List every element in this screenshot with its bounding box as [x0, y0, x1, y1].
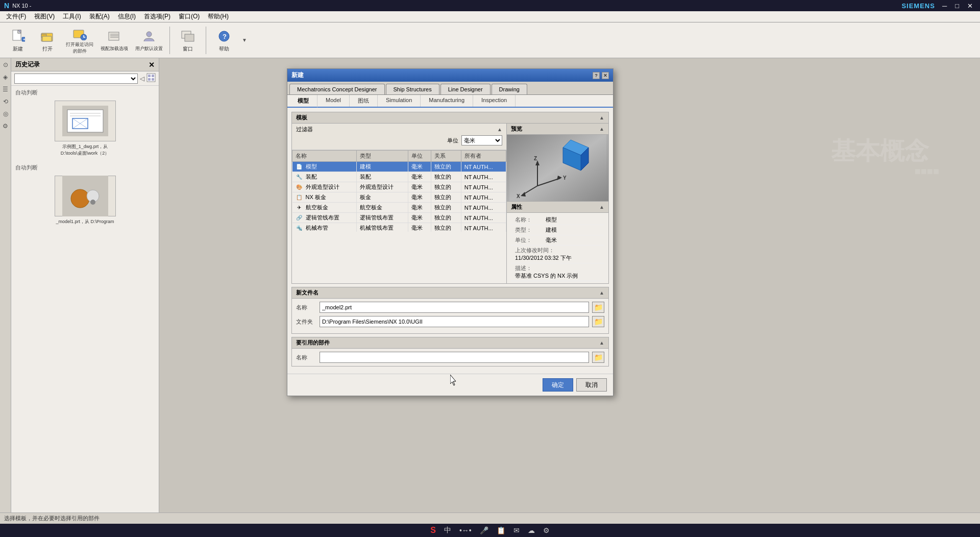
table-row[interactable]: 🎨 外观造型设计 外观造型设计 毫米 独立的 NT AUTH... [292, 182, 506, 192]
tab-drawing[interactable]: Drawing [492, 84, 527, 94]
preview-collapse-arrow[interactable]: ▲ [599, 126, 604, 132]
taskbar-icon-4[interactable]: 🎤 [478, 526, 491, 534]
row-type-cell: 装配 [357, 172, 408, 182]
history-item-1[interactable]: 示例图_1_dwg.prt，从 D:\tools\桌面\work（2） [13, 101, 157, 157]
history-item-2[interactable]: _model1.prt，从 D:\Program [13, 176, 157, 225]
tab-simulation[interactable]: Simulation [378, 95, 421, 107]
table-row[interactable]: ✈ 航空板金 航空板金 毫米 独立的 NT AUTH... [292, 203, 506, 213]
template-table-container: 名称 类型 单位 关系 所有者 [292, 150, 506, 232]
taskbar-icon-5[interactable]: 📋 [495, 526, 507, 534]
refparts-name-label: 名称 [296, 354, 316, 361]
newfile-name-browse-btn[interactable]: 📁 [592, 302, 604, 313]
sidebar-image-icon[interactable] [146, 73, 156, 84]
unit-select[interactable]: 毫米 英寸 [461, 135, 502, 145]
template-section-header[interactable]: 模板 ▲ [292, 112, 608, 124]
tab-model-cn[interactable]: 模型 [289, 95, 317, 108]
dialog-close-btn[interactable]: ✕ [602, 72, 609, 79]
cancel-button[interactable]: 取消 [576, 378, 607, 392]
refparts-name-input[interactable] [320, 352, 589, 363]
taskbar-icon-7[interactable]: ☁ [526, 526, 537, 534]
menu-preferences[interactable]: 首选项(P) [140, 11, 175, 22]
table-row[interactable]: 🔩 机械布管 机械管线布置 毫米 独立的 NT AUTH... [292, 223, 506, 232]
menu-file[interactable]: 文件(F) [2, 11, 30, 22]
tab-mechatronics[interactable]: Mechatronics Concept Designer [289, 84, 385, 94]
close-btn[interactable]: ✕ [964, 2, 976, 10]
taskbar-icon-8[interactable]: ⚙ [541, 526, 552, 534]
sidebar-dropdown[interactable] [14, 74, 138, 84]
row-owner-cell: NT AUTH... [461, 172, 506, 182]
load-options-btn-label: 视配加载选项 [101, 45, 128, 52]
restore-btn[interactable]: □ [952, 2, 962, 10]
row-icon: 🎨 [296, 184, 303, 191]
table-row[interactable]: 📄 模型 建模 毫米 独立的 NT AUTH... [292, 162, 506, 172]
dialog-help-btn[interactable]: ? [593, 72, 600, 79]
tab-ship-structures[interactable]: Ship Structures [386, 84, 439, 94]
window-button[interactable]: 窗口 [174, 25, 202, 56]
side-icon-2[interactable]: ◈ [1, 72, 10, 82]
taskbar-icon-2[interactable]: 中 [442, 526, 453, 535]
prop-desc-value: 带基准 CSYS 的 NX 示例 [515, 272, 578, 280]
side-icons: ⊙ ◈ ☰ ⟲ ◎ ⚙ [0, 58, 11, 512]
newfile-folder-browse-btn[interactable]: 📁 [592, 316, 604, 327]
newfile-section-header[interactable]: 新文件名 ▲ [292, 287, 608, 299]
toolbar-dropdown-arrow[interactable]: ▼ [242, 37, 247, 43]
sidebar-close-icon[interactable]: ✕ [149, 61, 155, 69]
open-recent-button[interactable]: 打开最近访问的部件 [63, 25, 96, 56]
new-button[interactable]: + 新建 [4, 25, 32, 56]
open-icon [39, 28, 56, 44]
row-relation-cell: 独立的 [431, 223, 461, 232]
title-bar-left: N NX 10 - [4, 2, 31, 10]
taskbar-icon-6[interactable]: ✉ [511, 526, 522, 534]
status-bar: 选择模板，并在必要时选择引用的部件 [0, 512, 980, 524]
tab-line-designer[interactable]: Line Designer [440, 84, 491, 94]
svg-rect-35 [509, 135, 606, 201]
open-button[interactable]: 打开 [34, 25, 61, 56]
minimize-btn[interactable]: ─ [939, 2, 950, 10]
table-row[interactable]: 🔗 逻辑管线布置 逻辑管线布置 毫米 独立的 NT AUTH... [292, 213, 506, 223]
side-icon-4[interactable]: ⟲ [1, 97, 10, 106]
menu-window[interactable]: 窗口(O) [175, 11, 204, 22]
side-icon-6[interactable]: ⚙ [1, 121, 10, 131]
sidebar-back-icon[interactable]: ◁ [140, 75, 144, 82]
tab-drawing-cn[interactable]: 图纸 [350, 95, 378, 107]
load-options-button[interactable]: 视配加载选项 [98, 25, 131, 56]
filter-collapse-arrow[interactable]: ▲ [497, 127, 502, 132]
refparts-name-row: 名称 📁 [296, 352, 604, 363]
menu-assembly[interactable]: 装配(A) [85, 11, 114, 22]
table-row[interactable]: 📋 NX 板金 板金 毫米 独立的 NT AUTH... [292, 192, 506, 203]
row-icon: 📄 [296, 163, 303, 170]
prop-name-value: 模型 [546, 216, 557, 224]
newfile-name-label: 名称 [296, 304, 316, 311]
bg-brand-text: 基本概念 [831, 135, 929, 167]
title-bar: N NX 10 - SIEMENS ─ □ ✕ [0, 0, 980, 11]
taskbar-icon-1[interactable]: S [428, 526, 438, 535]
user-defaults-button[interactable]: 用户默认设置 [133, 25, 165, 56]
newfile-name-input[interactable] [320, 302, 589, 313]
menu-view[interactable]: 视图(V) [30, 11, 59, 22]
tab-inspection[interactable]: Inspection [473, 95, 516, 107]
tab-model-en[interactable]: Model [317, 95, 350, 107]
dialog-titlebar-buttons: ? ✕ [593, 72, 609, 79]
svg-point-32 [71, 189, 89, 208]
preview-section: 预览 ▲ [507, 124, 608, 201]
taskbar-icon-3[interactable]: •↔• [457, 526, 474, 534]
ok-button[interactable]: 确定 [543, 378, 573, 392]
menu-help[interactable]: 帮助(H) [204, 11, 233, 22]
template-preview-row: 过滤器 ▲ 单位 毫米 英寸 [292, 124, 608, 283]
menu-info[interactable]: 信息(I) [114, 11, 140, 22]
properties-header[interactable]: 属性 ▲ [507, 202, 608, 213]
newfile-folder-input[interactable] [320, 316, 589, 327]
table-row[interactable]: 🔧 装配 装配 毫米 独立的 NT AUTH... [292, 172, 506, 182]
filter-section: 过滤器 ▲ 单位 毫米 英寸 [292, 124, 506, 150]
row-icon: 🔩 [296, 225, 303, 232]
side-icon-1[interactable]: ⊙ [1, 60, 10, 69]
menu-tools[interactable]: 工具(I) [59, 11, 85, 22]
refparts-section-header[interactable]: 要引用的部件 ▲ [292, 337, 608, 349]
refparts-browse-btn[interactable]: 📁 [592, 352, 604, 363]
side-icon-5[interactable]: ◎ [1, 109, 10, 118]
prop-unit-label: 单位： [515, 236, 546, 244]
help-button[interactable]: ? 帮助 [210, 25, 238, 56]
tab-manufacturing[interactable]: Manufacturing [421, 95, 473, 107]
newfile-content: 名称 📁 文件夹 📁 [292, 299, 608, 333]
side-icon-3[interactable]: ☰ [1, 85, 10, 94]
